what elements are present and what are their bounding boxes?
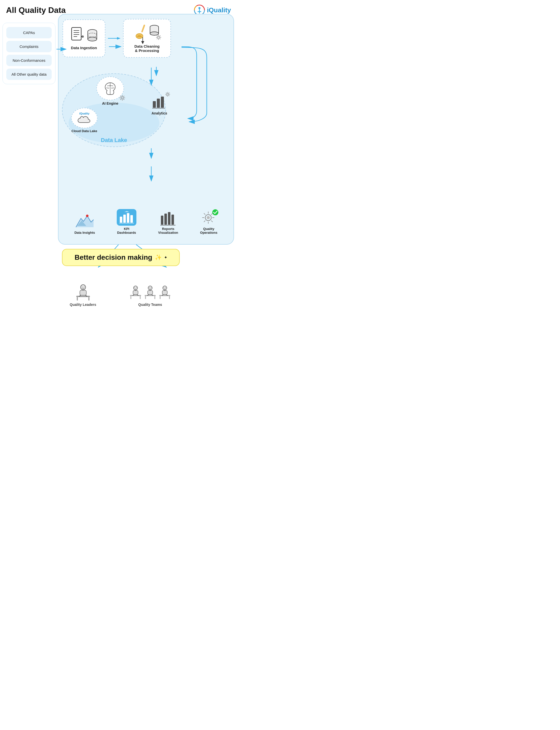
svg-rect-74 <box>164 214 167 225</box>
sidebar-item-capas[interactable]: CAPAs <box>6 27 52 38</box>
svg-rect-104 <box>140 296 141 299</box>
svg-line-64 <box>166 95 167 96</box>
svg-rect-94 <box>77 297 78 301</box>
svg-line-50 <box>124 96 124 97</box>
quality-teams-icons <box>129 285 171 301</box>
cloud-iquality-label: iQuality <box>79 112 89 115</box>
svg-point-89 <box>80 285 85 290</box>
ai-engine-label: AI Engine <box>102 101 119 105</box>
data-insights-label: Data Insights <box>74 231 95 235</box>
svg-line-84 <box>211 221 213 222</box>
sidebar-item-nonconformances[interactable]: Non-Conformances <box>6 55 52 66</box>
gear-ai-icon <box>119 95 126 101</box>
svg-point-43 <box>121 97 124 99</box>
page-title: All Quality Data <box>6 6 66 15</box>
svg-rect-23 <box>141 24 145 33</box>
svg-rect-52 <box>153 101 156 108</box>
person-desk-3 <box>158 285 171 301</box>
svg-rect-69 <box>123 215 126 223</box>
sidebar-item-complaints[interactable]: Complaints <box>6 41 52 52</box>
broom-icon <box>135 24 148 39</box>
kpi-label: KPIDashboards <box>117 227 136 235</box>
person-at-desk-icon <box>74 284 92 301</box>
data-ingestion-box: Data Ingestion <box>63 19 105 57</box>
svg-rect-121 <box>160 296 161 299</box>
svg-line-51 <box>120 99 121 100</box>
svg-line-83 <box>204 213 205 215</box>
svg-point-99 <box>134 287 135 288</box>
quality-teams-group: Quality Teams <box>129 285 171 307</box>
svg-point-56 <box>167 93 168 95</box>
svg-line-37 <box>160 36 160 36</box>
svg-rect-68 <box>120 217 122 223</box>
decision-banner: Better decision making ✨ ✦ <box>62 249 180 266</box>
svg-point-91 <box>84 287 84 287</box>
svg-rect-101 <box>133 290 138 295</box>
cloud-data-lake-group: iQuality Cloud Data Lake <box>71 108 98 133</box>
cloud-data-lake-label: Cloud Data Lake <box>72 129 97 133</box>
checkmark-icon <box>212 209 219 216</box>
svg-point-118 <box>165 287 166 288</box>
person-desk-1 <box>129 285 142 301</box>
svg-rect-76 <box>171 215 174 225</box>
svg-rect-103 <box>131 296 131 299</box>
svg-line-61 <box>166 93 167 93</box>
output-reports: ReportsVisualization <box>158 211 178 235</box>
svg-rect-119 <box>162 290 167 295</box>
document-icon <box>71 27 84 44</box>
svg-rect-113 <box>155 296 155 299</box>
svg-rect-53 <box>157 99 160 108</box>
svg-rect-92 <box>80 290 86 295</box>
svg-rect-102 <box>130 295 141 296</box>
output-data-insights: Data Insights <box>74 213 95 235</box>
gear-icon-cleaning <box>156 34 162 40</box>
svg-point-66 <box>86 215 89 217</box>
svg-line-63 <box>169 93 169 93</box>
data-cleaning-box: Data Cleaning& Processing <box>123 19 171 58</box>
svg-line-35 <box>157 36 158 36</box>
person-desk-2 <box>144 285 157 301</box>
gear-analytics-icon <box>165 92 170 97</box>
svg-line-38 <box>157 38 158 39</box>
analytics-group: Analytics <box>149 93 169 115</box>
svg-rect-75 <box>168 212 170 225</box>
svg-point-100 <box>136 287 137 288</box>
quality-leaders-label: Quality Leaders <box>70 303 96 307</box>
svg-rect-122 <box>169 296 170 299</box>
analytics-label: Analytics <box>152 111 167 115</box>
svg-point-107 <box>148 286 152 290</box>
sparkle-icon: ✨ <box>155 254 162 261</box>
svg-rect-71 <box>130 215 133 223</box>
svg-point-98 <box>134 286 138 290</box>
sparkle-icon-2: ✦ <box>164 255 167 259</box>
database-icon <box>87 29 97 44</box>
svg-rect-110 <box>148 290 153 295</box>
svg-marker-40 <box>141 41 144 44</box>
down-arrow-cleaning <box>140 37 145 44</box>
main-area: Data Ingestion <box>58 14 234 245</box>
svg-rect-8 <box>72 27 81 40</box>
svg-point-108 <box>149 287 150 288</box>
data-ingestion-label: Data Ingestion <box>71 46 97 50</box>
svg-rect-120 <box>159 295 170 296</box>
sidebar-item-allother[interactable]: All Other quality data <box>6 69 52 80</box>
svg-rect-73 <box>161 216 163 225</box>
quality-teams-label: Quality Teams <box>138 303 162 307</box>
quality-leaders-group: Quality Leaders <box>70 284 96 307</box>
reports-label: ReportsVisualization <box>158 227 178 235</box>
svg-rect-111 <box>145 295 156 296</box>
svg-marker-22 <box>117 37 121 40</box>
svg-rect-112 <box>145 296 146 299</box>
svg-line-62 <box>169 95 169 96</box>
svg-point-87 <box>207 216 210 219</box>
decision-banner-text: Better decision making <box>75 253 152 261</box>
svg-point-117 <box>164 287 164 288</box>
analytics-icon <box>152 94 167 109</box>
svg-rect-54 <box>161 97 164 108</box>
cloud-icon <box>77 115 92 124</box>
data-insights-icon <box>75 213 95 229</box>
ingestion-to-cleaning-arrow <box>105 36 123 41</box>
quality-ops-label: QualityOperations <box>200 227 218 235</box>
logo-text: iQuality <box>207 6 231 14</box>
svg-point-17 <box>88 37 97 41</box>
